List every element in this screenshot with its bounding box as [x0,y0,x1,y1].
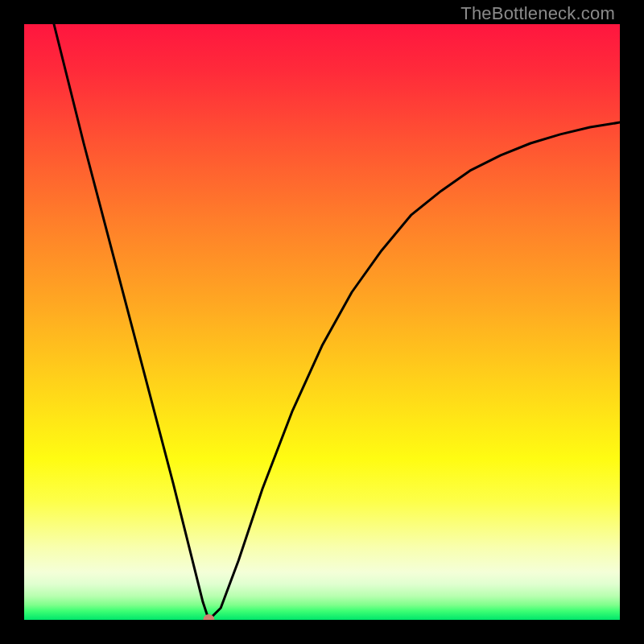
bottleneck-curve [54,24,620,620]
plot-area [24,24,620,620]
curve-layer [24,24,620,620]
chart-frame: TheBottleneck.com [0,0,644,644]
watermark-text: TheBottleneck.com [460,3,615,24]
